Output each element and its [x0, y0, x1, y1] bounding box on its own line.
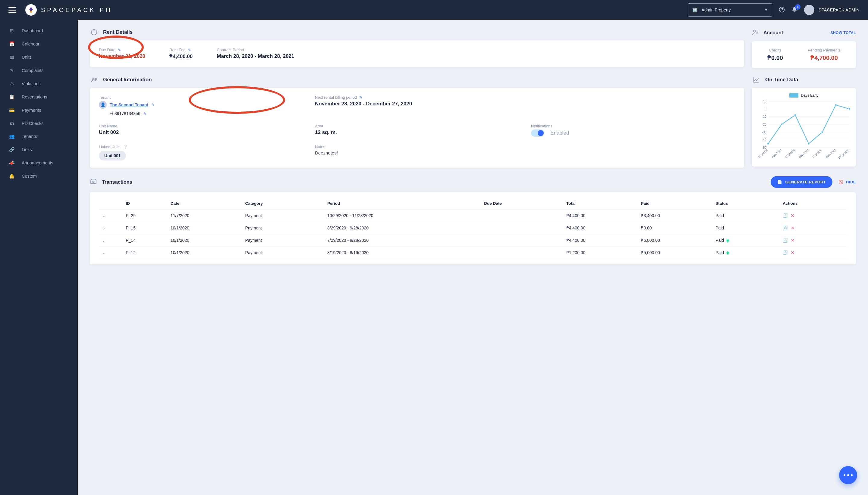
cell-total: ₱4,400.00: [563, 234, 638, 246]
expand-row-icon[interactable]: ⌄: [99, 246, 123, 259]
svg-text:-20: -20: [762, 123, 766, 126]
show-total-link[interactable]: SHOW TOTAL: [830, 31, 856, 35]
cell-category: Payment: [242, 222, 324, 234]
pending-value: ₱4,700.00: [808, 54, 840, 62]
svg-text:7/29/2020: 7/29/2020: [812, 149, 823, 159]
general-card: Tenant 👤 The Second Tenant ✎ +6391781343…: [90, 88, 744, 168]
sidebar-item-reservations[interactable]: 📋Reservations: [0, 90, 78, 104]
notifications-icon[interactable]: 1: [791, 6, 798, 14]
account-section-title: Account: [764, 30, 783, 36]
svg-text:10: 10: [763, 100, 766, 103]
delete-icon[interactable]: ✕: [791, 213, 795, 218]
tenant-phone: +639178134356: [110, 111, 141, 116]
legend-label: Days Early: [801, 93, 818, 98]
fab-more-button[interactable]: [839, 466, 857, 484]
cell-paid: ₱3,400.00: [638, 209, 713, 222]
edit-next-period-icon[interactable]: ✎: [359, 96, 362, 100]
th-paid: Paid: [638, 198, 713, 209]
svg-point-0: [30, 11, 32, 13]
delete-icon[interactable]: ✕: [791, 250, 795, 255]
edit-rent-fee-icon[interactable]: ✎: [188, 48, 191, 52]
due-date-value: November 21, 2020: [99, 53, 145, 59]
edit-tenant-icon[interactable]: ✎: [151, 103, 154, 107]
building-icon: 🏢: [692, 7, 698, 12]
transactions-table: ID Date Category Period Due Date Total P…: [99, 198, 847, 259]
ontime-section-header: On Time Data: [752, 76, 856, 83]
svg-text:-10: -10: [762, 115, 766, 118]
sidebar-item-dashboard[interactable]: ⊞Dashboard: [0, 24, 78, 37]
sidebar-item-violations[interactable]: ⚠Violations: [0, 77, 78, 90]
user-menu[interactable]: SPACEPACK ADMIN: [804, 5, 859, 15]
notifications-badge: 1: [795, 4, 801, 10]
sidebar-item-label: Links: [22, 147, 32, 152]
linked-help-icon[interactable]: ❔: [123, 144, 128, 149]
expand-row-icon[interactable]: ⌄: [99, 222, 123, 234]
receipt-icon[interactable]: 🧾: [783, 238, 788, 243]
contract-period-label: Contract Period: [217, 48, 244, 52]
svg-text:8/29/2020: 8/29/2020: [825, 149, 836, 159]
cell-total: ₱4,400.00: [563, 222, 638, 234]
sidebar-item-announcements[interactable]: 📣Announcements: [0, 156, 78, 170]
sidebar-item-custom[interactable]: 🔔Custom: [0, 170, 78, 183]
sidebar-icon: 🔔: [9, 173, 15, 179]
sidebar-icon: 🔗: [9, 147, 15, 152]
sidebar-item-payments[interactable]: 💳Payments: [0, 104, 78, 117]
expand-row-icon[interactable]: ⌄: [99, 209, 123, 222]
status-ok-icon: ◉: [726, 250, 730, 255]
sidebar-icon: 📋: [9, 94, 15, 100]
cell-due: [481, 234, 563, 246]
edit-phone-icon[interactable]: ✎: [144, 112, 146, 116]
linked-unit-chip[interactable]: Unit 001: [99, 151, 126, 160]
sidebar-item-tenants[interactable]: 👥Tenants: [0, 130, 78, 143]
notifications-toggle[interactable]: [531, 130, 544, 137]
topbar-right: 🏢 Admin Property ▼ 1 SPACEPACK ADMIN: [688, 3, 859, 17]
area-label: Area: [315, 124, 323, 128]
sidebar-item-links[interactable]: 🔗Links: [0, 143, 78, 156]
expand-row-icon[interactable]: ⌄: [99, 234, 123, 246]
cell-category: Payment: [242, 246, 324, 259]
info-icon: [90, 29, 98, 36]
svg-text:0: 0: [765, 107, 766, 111]
due-date-label: Due Date: [99, 48, 115, 52]
general-section-header: General Information: [90, 76, 744, 83]
cell-total: ₱1,200.00: [563, 246, 638, 259]
rent-section-header: Rent Details: [90, 29, 744, 36]
receipt-icon[interactable]: 🧾: [783, 250, 788, 255]
delete-icon[interactable]: ✕: [791, 225, 795, 231]
cell-category: Payment: [242, 234, 324, 246]
sidebar-item-complaints[interactable]: ✎Complaints: [0, 64, 78, 77]
brand-logo-icon: [25, 4, 37, 16]
edit-due-date-icon[interactable]: ✎: [118, 48, 121, 52]
person-list-icon: [90, 76, 98, 83]
svg-text:-30: -30: [762, 131, 766, 134]
unit-name-value: Unit 002: [99, 130, 303, 136]
receipt-icon[interactable]: 🧾: [783, 225, 788, 231]
rent-fee-label: Rent Fee: [169, 48, 185, 52]
sidebar: ⊞Dashboard📅Calendar▤Units✎Complaints⚠Vio…: [0, 20, 78, 495]
pending-label: Pending Payments: [808, 48, 840, 52]
delete-icon[interactable]: ✕: [791, 238, 795, 243]
receipt-icon[interactable]: 🧾: [783, 213, 788, 218]
notifications-status: Enabled: [550, 130, 569, 136]
svg-point-31: [821, 131, 823, 133]
sidebar-item-pd-checks[interactable]: 🗂PD Checks: [0, 117, 78, 130]
cell-date: 10/1/2020: [167, 234, 242, 246]
svg-text:-50: -50: [762, 146, 766, 149]
hide-transactions-link[interactable]: 🚫 HIDE: [838, 180, 856, 184]
cell-id: P_15: [123, 222, 167, 234]
sidebar-item-label: Dashboard: [22, 28, 43, 33]
property-select[interactable]: 🏢 Admin Property ▼: [688, 3, 772, 17]
sidebar-item-label: Calendar: [22, 41, 39, 46]
help-icon[interactable]: [779, 6, 785, 14]
svg-text:3/29/2020: 3/29/2020: [757, 149, 769, 159]
generate-report-button[interactable]: 📄 GENERATE REPORT: [771, 176, 832, 188]
ontime-line-chart: -50-40-30-20-100103/29/20204/29/20205/29…: [756, 99, 852, 163]
tenant-link[interactable]: The Second Tenant: [110, 102, 148, 107]
area-value: 12 sq. m.: [315, 130, 519, 136]
menu-toggle-button[interactable]: [9, 7, 16, 13]
sidebar-item-calendar[interactable]: 📅Calendar: [0, 37, 78, 51]
sidebar-item-label: Violations: [22, 81, 41, 86]
sidebar-item-units[interactable]: ▤Units: [0, 51, 78, 64]
cell-status: Paid◉: [713, 246, 780, 259]
sidebar-icon: 📅: [9, 41, 15, 47]
